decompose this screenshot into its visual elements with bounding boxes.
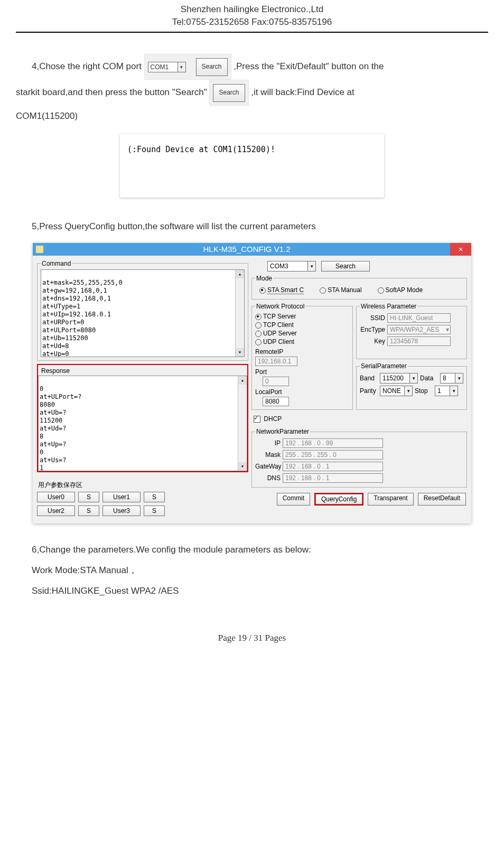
right-column: COM3 Search Mode STA Smart C STA Manual … [251,260,467,519]
com-search-row: COM3 Search [251,260,467,272]
serial-param-group: SerialParameter Band 115200 Data 8 Parit… [356,362,467,410]
radio-icon [255,339,262,345]
local-port-field[interactable]: 8080 [263,397,289,406]
radio-icon [255,331,262,337]
mode-sta-manual[interactable]: STA Manual [320,286,361,294]
command-legend: Command [41,260,72,267]
user1-button[interactable]: User1 [102,492,141,502]
user2-s-button[interactable]: S [78,506,99,516]
response-scrollbar[interactable]: ▴ ▾ [238,376,247,471]
ip-field[interactable]: 192 . 168 . 0 . 99 [283,438,383,448]
window-title: HLK-M35_CONFIG V1.2 [43,245,450,254]
transparent-button[interactable]: Transparent [368,493,413,506]
found-device-text: (:Found Device at COM1(115200)! [127,145,275,154]
user3-button[interactable]: User3 [102,506,141,516]
band-combo[interactable]: 115200 [380,373,418,383]
mask-field[interactable]: 255 . 255 . 255 . 0 [283,450,383,460]
command-textarea[interactable]: at+mask=255,255,255,0 at+gw=192,168,0,1 … [41,269,245,357]
local-port-label: LocalPort [255,388,349,396]
company-name: Shenzhen hailingke Electronico.,Ltd [16,3,488,16]
command-text: at+mask=255,255,255,0 at+gw=192,168,0,1 … [42,279,123,357]
mode-sta-smart[interactable]: STA Smart C [259,286,304,294]
user0-s-button[interactable]: S [78,492,99,502]
resetdefault-button[interactable]: ResetDefault [418,493,466,506]
mode-legend: Mode [255,275,273,282]
page-footer: Page 19 / 31 Pages [16,633,488,643]
mode-softap[interactable]: SoftAP Mode [378,286,423,294]
network-param-group: NetworkParameter IP192 . 168 . 0 . 99 Ma… [251,428,467,488]
titlebar: HLK-M35_CONFIG V1.2 × [33,243,471,256]
step6-l1: 6,Change the parameters.We config the mo… [32,539,488,560]
page: Shenzhen hailingke Electronico.,Ltd Tel:… [0,0,504,659]
chevron-down-icon: ▾ [446,326,449,333]
ssid-label: SSID [360,314,385,322]
found-device-box: (:Found Device at COM1(115200)! [120,134,384,198]
wireless-param-group: Wireless Parameter SSID HI-LINK_Guest En… [356,303,467,360]
key-label: Key [360,338,385,345]
contact-info: Tel:0755-23152658 Fax:0755-83575196 [16,16,488,29]
port-field[interactable]: 0 [263,377,289,386]
step4-line2b: ,it will back:Find Device at [251,87,354,97]
tcp-client-radio[interactable]: TCP Client [255,321,349,329]
com-port-combo[interactable]: COM3 [267,261,316,272]
step4-line2a: starkit board,and then press the button … [16,87,209,97]
gateway-field[interactable]: 192 . 168 . 0 . 1 [283,462,383,471]
netproto-legend: Network Protocol [255,303,305,310]
user1-s-button[interactable]: S [144,492,165,502]
udp-client-radio[interactable]: UDP Client [255,338,349,346]
response-textarea[interactable]: 0 at+ULPort=? 8080 at+Ub=? 115200 at+Ud=… [38,376,247,471]
command-group: Command at+mask=255,255,255,0 at+gw=192,… [37,260,248,361]
dns-label: DNS [255,474,281,482]
port-label: Port [255,368,349,376]
queryconfig-button[interactable]: QueryConfig [315,494,362,504]
mask-label: Mask [255,451,281,459]
com-search-widget: COM1 Search [144,54,231,80]
gw-label: GateWay [255,463,281,470]
close-button[interactable]: × [450,243,471,256]
scroll-down-icon[interactable]: ▾ [238,462,247,471]
step4-mid: ,Press the "Exit/Default" button on the [234,61,384,71]
app-icon [36,246,43,253]
step4-paragraph: 4,Chose the right COM port COM1 Search ,… [32,54,488,80]
stop-label: Stop [415,387,433,395]
remote-ip-field[interactable]: 192.168.0.1 [255,357,297,366]
response-text: 0 at+ULPort=? 8080 at+Ub=? 115200 at+Ud=… [40,385,81,471]
dhcp-label: DHCP [264,415,282,423]
serial-legend: SerialParameter [360,362,408,370]
parity-label: Parity [360,387,378,395]
udp-server-radio[interactable]: UDP Server [255,329,349,338]
step4-line2: starkit board,and then press the button … [16,80,488,106]
mode-group: Mode STA Smart C STA Manual SoftAP Mode [251,275,467,300]
step6-l2: Work Mode:STA Manual， [32,560,488,581]
queryconfig-highlight: QueryConfig [314,493,363,506]
parity-combo[interactable]: NONE [380,386,413,396]
tcp-server-radio[interactable]: TCP Server [255,312,349,321]
scroll-up-icon[interactable]: ▴ [238,376,247,385]
netparam-legend: NetworkParameter [255,428,310,435]
com-combo[interactable]: COM1 [148,62,186,72]
commit-button[interactable]: Commit [277,493,310,506]
app-body: Command at+mask=255,255,255,0 at+gw=192,… [33,256,471,523]
user0-button[interactable]: User0 [37,492,75,502]
enctype-combo[interactable]: WPA/WPA2_AES▾ [387,325,451,334]
data-label: Data [420,375,438,382]
scroll-down-icon[interactable]: ▾ [236,348,244,357]
dns-field[interactable]: 192 . 168 . 0 . 1 [283,473,383,483]
user2-button[interactable]: User2 [37,506,75,516]
stop-combo[interactable]: 1 [435,386,458,396]
command-scrollbar[interactable]: ▴ ▾ [235,270,244,357]
search-button-inline-2[interactable]: Search [213,84,245,102]
ssid-field[interactable]: HI-LINK_Guest [387,313,451,323]
search-widget-2: Search [209,80,248,106]
response-highlight: Response 0 at+ULPort=? 8080 at+Ub=? 1152… [37,364,248,472]
step6-l3: Ssid:HAILINGKE_Guest WPA2 /AES [32,581,488,601]
user3-s-button[interactable]: S [144,506,165,516]
scroll-up-icon[interactable]: ▴ [236,270,244,278]
step4-pre: 4,Chose the right COM port [32,61,144,71]
search-button-inline-1[interactable]: Search [196,58,228,76]
response-legend: Response [38,365,247,376]
dhcp-checkbox[interactable]: DHCP [251,413,467,425]
key-field[interactable]: 12345678 [387,336,451,346]
search-button[interactable]: Search [321,261,370,272]
data-combo[interactable]: 8 [440,373,463,383]
